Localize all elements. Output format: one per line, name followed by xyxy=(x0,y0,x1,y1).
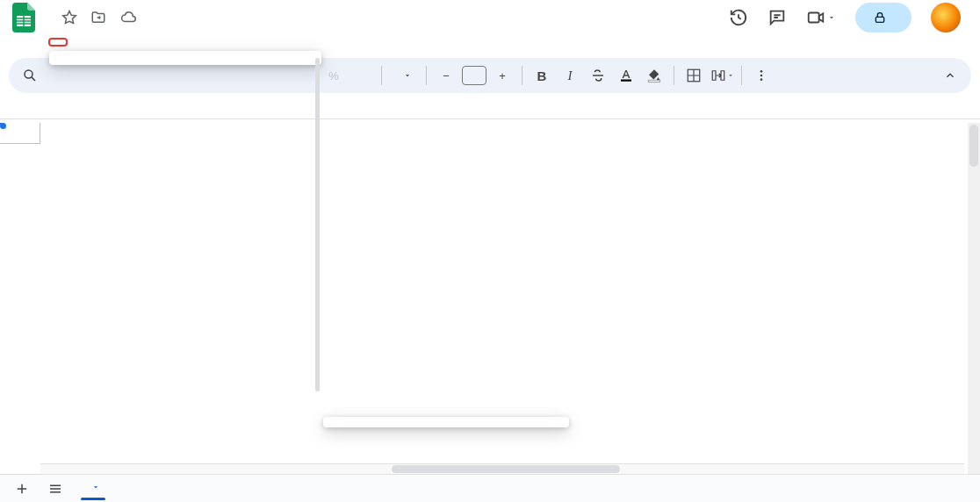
lock-icon xyxy=(873,11,887,25)
svg-rect-1 xyxy=(809,13,819,23)
font-select[interactable] xyxy=(389,71,419,80)
fill-color-button[interactable] xyxy=(642,63,667,88)
menu-format[interactable] xyxy=(119,39,137,46)
font-size-decrease[interactable]: − xyxy=(434,63,458,88)
share-button[interactable] xyxy=(855,3,912,32)
vertical-scrollbar[interactable] xyxy=(968,123,980,474)
search-menus-icon[interactable] xyxy=(18,63,42,88)
borders-button[interactable] xyxy=(681,63,706,88)
italic-button[interactable]: I xyxy=(558,63,582,88)
svg-rect-5 xyxy=(648,80,660,82)
horizontal-scrollbar[interactable] xyxy=(40,463,964,474)
move-to-folder-icon[interactable] xyxy=(90,10,107,25)
svg-point-7 xyxy=(760,70,763,73)
document-title[interactable] xyxy=(42,16,53,19)
svg-point-8 xyxy=(760,75,763,77)
sheet-tab-bar xyxy=(0,474,980,502)
version-history-submenu xyxy=(323,417,569,427)
meet-icon[interactable] xyxy=(806,8,836,27)
file-menu-dropdown xyxy=(49,51,321,65)
cloud-status-icon[interactable] xyxy=(119,10,137,25)
menu-tools[interactable] xyxy=(155,39,172,46)
text-color-button[interactable] xyxy=(614,63,638,88)
sheets-logo-icon[interactable] xyxy=(9,3,39,32)
sheet-tab-active[interactable] xyxy=(74,477,112,501)
dropdown-scrollbar[interactable] xyxy=(315,58,320,391)
history-icon[interactable] xyxy=(729,8,748,27)
menu-data[interactable] xyxy=(137,39,155,46)
fill-handle[interactable] xyxy=(0,123,6,129)
collapse-toolbar-icon[interactable] xyxy=(938,63,962,88)
all-sheets-button[interactable] xyxy=(40,477,70,501)
add-sheet-button[interactable] xyxy=(7,477,37,501)
svg-point-9 xyxy=(760,78,763,81)
menu-extensions[interactable] xyxy=(172,39,190,46)
svg-point-3 xyxy=(25,70,32,78)
svg-rect-2 xyxy=(876,17,883,22)
account-avatar[interactable] xyxy=(931,3,961,32)
menu-help[interactable] xyxy=(190,39,207,46)
menu-file[interactable] xyxy=(49,39,67,46)
number-format-button[interactable] xyxy=(349,63,374,88)
comments-icon[interactable] xyxy=(767,8,787,27)
merge-button[interactable] xyxy=(710,63,734,88)
menu-edit[interactable] xyxy=(67,39,84,46)
menu-insert[interactable] xyxy=(102,39,119,46)
font-size-increase[interactable]: + xyxy=(490,63,515,88)
strikethrough-button[interactable] xyxy=(586,63,610,88)
zoom-select[interactable]: % xyxy=(321,63,346,88)
star-icon[interactable] xyxy=(61,10,77,25)
more-toolbar-icon[interactable] xyxy=(749,63,774,88)
bold-button[interactable]: B xyxy=(530,63,554,88)
chevron-down-icon xyxy=(91,483,100,491)
svg-rect-4 xyxy=(621,80,631,82)
menu-view[interactable] xyxy=(84,39,102,46)
chevron-down-icon xyxy=(403,71,412,80)
font-size-input[interactable] xyxy=(462,66,486,85)
